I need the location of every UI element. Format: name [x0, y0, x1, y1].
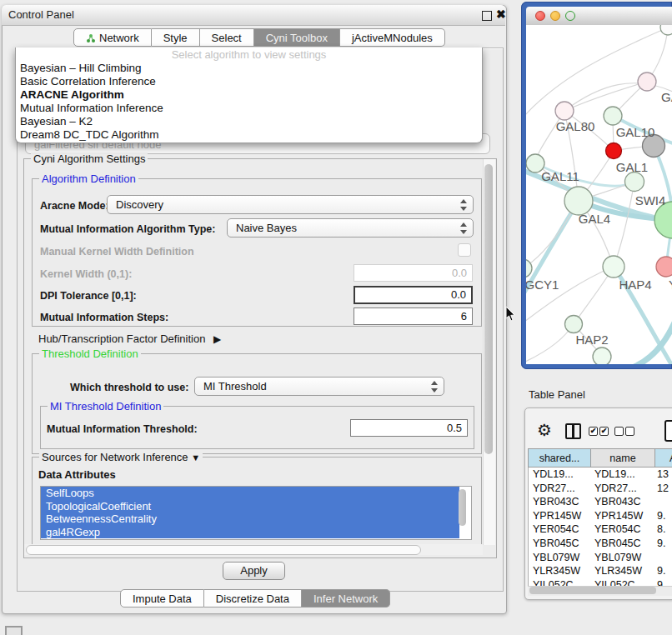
mi-steps-field[interactable]: 6	[354, 308, 473, 325]
tab-jactivemnodules[interactable]: jActiveMNodules	[340, 28, 445, 47]
dropdown-item-aracne[interactable]: ARACNE Algorithm	[16, 88, 482, 102]
unselect-all-box-icon-2[interactable]	[625, 427, 634, 436]
manual-kernel-label: Manual Kernel Width Definition	[40, 246, 194, 258]
tab-network[interactable]: Network	[73, 28, 152, 47]
network-node-gal10[interactable]	[604, 107, 622, 125]
table-row[interactable]: YDR27...YDR27...12	[529, 482, 672, 496]
combo-stepper-icon	[430, 381, 438, 392]
zoom-traffic-light[interactable]	[565, 11, 575, 21]
network-node-gal1-red[interactable]	[606, 143, 622, 159]
column-header-shared-name[interactable]: shared...	[528, 448, 590, 468]
combo-stepper-icon	[459, 222, 467, 234]
tab-discretize-data[interactable]: Discretize Data	[204, 589, 302, 608]
network-node-hap4[interactable]	[603, 256, 624, 278]
dropdown-item-basic-correlation[interactable]: Basic Correlation Inference	[16, 75, 482, 88]
cell-value: 9.	[657, 564, 665, 578]
gear-icon[interactable]: ⚙	[537, 420, 552, 440]
kernel-width-field[interactable]: 0.0	[354, 264, 473, 282]
table-row[interactable]: YDL19...YDL19...13	[529, 468, 672, 482]
network-node-salmon[interactable]	[656, 257, 672, 277]
node-label-gal80: GAL80	[556, 119, 595, 133]
cell-name: YER054C	[594, 522, 641, 537]
table-row[interactable]: YLR345WYLR345W9.	[529, 564, 672, 578]
node-label-gal10: GAL10	[616, 125, 655, 139]
cell-shared: YPR145W	[533, 509, 581, 523]
cell-name: YPR145W	[594, 509, 643, 523]
tab-cyni-toolbox[interactable]: Cyni Toolbox	[254, 28, 340, 47]
list-item-betweennesscentrality[interactable]: BetweennessCentrality	[41, 512, 459, 526]
mi-threshold-label: Mutual Information Threshold:	[47, 423, 198, 435]
manual-kernel-checkbox[interactable]	[458, 243, 471, 257]
cell-name: YIL052C	[594, 578, 635, 586]
node-label-gal: GAL	[661, 90, 672, 104]
collapse-arrow-down-icon[interactable]: ▼	[191, 452, 200, 462]
list-vscroll-thumb[interactable]	[459, 489, 466, 526]
network-node-gcy1[interactable]	[526, 259, 532, 278]
mi-threshold-field[interactable]: 0.5	[350, 419, 468, 437]
dropdown-item-bayesian-hill-climbing[interactable]: Bayesian – Hill Climbing	[16, 62, 482, 75]
mi-type-combo[interactable]: Naive Bayes	[227, 218, 474, 238]
table-hscroll-thumb[interactable]	[529, 587, 656, 594]
aracne-mode-label: Aracne Mode:	[40, 200, 109, 212]
dropdown-item-bayesian-k2[interactable]: Bayesian – K2	[16, 115, 482, 128]
network-window-titlebar[interactable]	[526, 7, 672, 26]
list-item-topologicalcoefficient[interactable]: TopologicalCoefficient	[41, 500, 459, 513]
cell-shared: YLR345W	[533, 564, 580, 578]
data-attributes-list[interactable]: SelfLoops TopologicalCoefficient Between…	[40, 486, 472, 540]
cell-shared: YBR045C	[533, 537, 579, 551]
network-tab-icon	[86, 33, 96, 43]
network-node-bottom-partial[interactable]	[593, 348, 611, 364]
tab-infer-network[interactable]: Infer Network	[302, 589, 390, 608]
cell-shared: YBR043C	[533, 495, 579, 509]
table-row[interactable]: YBR043CYBR043C	[529, 495, 672, 509]
float-window-button[interactable]	[482, 11, 492, 21]
table-row[interactable]: YER054CYER054C8.	[529, 522, 672, 537]
aracne-mode-combo[interactable]: Discovery	[107, 195, 474, 214]
dropdown-item-mutual-information[interactable]: Mutual Information Inference	[16, 102, 482, 115]
column-header-name[interactable]: name	[590, 448, 654, 468]
select-all-check-icon-2[interactable]: ✔	[599, 427, 609, 436]
tab-select[interactable]: Select	[200, 28, 254, 47]
tab-impute-data[interactable]: Impute Data	[120, 589, 204, 608]
network-canvas[interactable]: GAL GAL80 GAL10 GAL1 GAL11 SWI4 GAL4 GCY…	[526, 25, 672, 364]
aracne-mode-value: Discovery	[116, 196, 163, 214]
network-node-gal4[interactable]	[564, 187, 593, 215]
dpi-tolerance-field[interactable]: 0.0	[354, 286, 473, 304]
node-label-gal4: GAL4	[579, 212, 610, 226]
tab-style[interactable]: Style	[152, 28, 200, 47]
minimize-traffic-light[interactable]	[550, 11, 560, 21]
close-traffic-light[interactable]	[535, 11, 545, 21]
network-node-top-partial[interactable]	[660, 25, 672, 35]
bottom-left-partial-icon[interactable]	[5, 626, 23, 635]
control-panel-titlebar[interactable]	[2, 5, 505, 26]
cell-name: YDR27...	[594, 482, 637, 496]
network-node-hap2[interactable]	[565, 316, 583, 333]
combo-stepper-icon	[459, 199, 467, 211]
table-body[interactable]: YDL19...YDL19...13 YDR27...YDR27...12 YB…	[528, 468, 672, 586]
network-node-gal80[interactable]	[555, 102, 574, 120]
document-icon-partial[interactable]	[664, 420, 672, 442]
column-header-partial[interactable]: A	[654, 448, 672, 468]
network-node-gal-partial[interactable]	[638, 72, 656, 91]
list-item-gal4rgexp[interactable]: gal4RGexp	[41, 526, 459, 539]
cell-shared: YBL079W	[533, 551, 579, 565]
table-row[interactable]: YIL052CYIL052C9	[529, 578, 672, 586]
close-window-button[interactable]: ✖	[496, 8, 506, 21]
control-panel-tabbar: NetworkStyleSelectCyni ToolboxjActiveMNo…	[73, 28, 445, 47]
select-all-check-icon[interactable]: ✔	[589, 427, 598, 436]
cell-value: 13	[657, 468, 669, 482]
network-node-swi4[interactable]	[625, 172, 644, 192]
which-threshold-combo[interactable]: MI Threshold	[194, 377, 444, 396]
unselect-all-box-icon[interactable]	[614, 427, 624, 436]
settings-vscroll-thumb[interactable]	[484, 164, 493, 454]
settings-hscroll-thumb[interactable]	[26, 545, 421, 555]
dropdown-item-dream8[interactable]: Dream8 DC_TDC Algorithm	[16, 128, 482, 142]
hub-definition-toggle[interactable]: Hub/Transcription Factor Definition ▶	[38, 332, 221, 345]
table-row[interactable]: YBR045CYBR045C9.	[529, 537, 672, 551]
node-label-hap4: HAP4	[619, 278, 651, 292]
table-row[interactable]: YBL079WYBL079W	[529, 551, 672, 565]
table-row[interactable]: YPR145WYPR145W9.	[529, 509, 672, 523]
apply-button[interactable]: Apply	[223, 562, 285, 580]
list-item-selfloops[interactable]: SelfLoops	[41, 487, 459, 500]
columns-icon[interactable]	[565, 423, 581, 439]
